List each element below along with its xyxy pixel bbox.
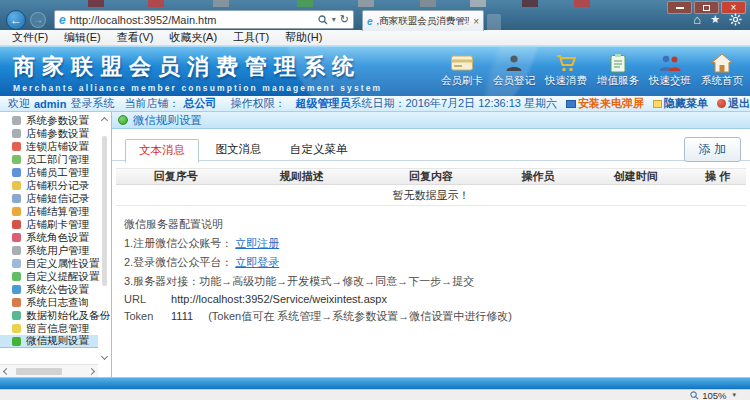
forward-button[interactable]: → <box>30 12 46 28</box>
hide-menu-label: 隐藏菜单 <box>664 96 708 111</box>
sidebar-item-sms-record[interactable]: 店铺短信记录 <box>0 192 98 205</box>
menu-edit[interactable]: 编辑(E) <box>56 30 109 45</box>
address-bar[interactable]: e http://localhost:3952/Main.htm ▾ ↻ <box>54 10 354 29</box>
token-value: 1111 <box>171 310 193 322</box>
menu-favorites[interactable]: 收藏夹(A) <box>161 30 225 45</box>
empty-state-text: 暂无数据显示！ <box>116 185 746 206</box>
sidebar-item-log-query[interactable]: 系统日志查询 <box>0 296 98 309</box>
permission-label: 操作权限： <box>230 96 285 111</box>
sidebar-item-label: 连锁店铺设置 <box>26 140 89 154</box>
sidebar-item-department[interactable]: 员工部门管理 <box>0 153 98 166</box>
favorites-star-icon[interactable]: ★ <box>710 13 720 26</box>
toolbar-label: 快速交班 <box>649 74 691 88</box>
browser-statusbar: 105% ▾ <box>0 389 750 400</box>
minimize-button[interactable] <box>667 1 692 14</box>
tab-custom-menu[interactable]: 自定义菜单 <box>278 138 360 161</box>
login-now-link[interactable]: 立即登录 <box>235 256 279 268</box>
sidebar-item-wechat-rules[interactable]: 微信规则设置 <box>0 335 98 348</box>
store-value[interactable]: 总公司 <box>183 96 216 111</box>
menu-icon <box>12 285 21 294</box>
sidebar-item-system-params[interactable]: 系统参数设置 <box>0 114 98 127</box>
add-button[interactable]: 添 加 <box>684 137 741 162</box>
desktop-icon <box>522 0 538 7</box>
exit-system-link[interactable]: 退出系统 <box>717 96 750 111</box>
install-popup-link[interactable]: 安装来电弹屏 <box>566 96 644 111</box>
browser-tab[interactable]: e ,商家联盟会员消费管理系... × <box>362 10 484 31</box>
sidebar-item-label: 自定义属性设置 <box>26 257 100 271</box>
col-rule-desc: 规则描述 <box>236 169 368 184</box>
welcome-left: 欢迎 admin 登录系统 当前店铺： 总公司 操作权限： 超级管理员 <box>8 96 350 111</box>
sidebar-item-custom-attrs[interactable]: 自定义属性设置 <box>0 257 98 270</box>
close-icon: × <box>731 3 737 13</box>
tab-close-icon[interactable]: × <box>473 16 479 27</box>
toolbar-label: 系统首页 <box>701 74 743 88</box>
col-actions: 操 作 <box>689 169 746 184</box>
sidebar-item-announcement[interactable]: 系统公告设置 <box>0 283 98 296</box>
sidebar-item-staff[interactable]: 店铺员工管理 <box>0 166 98 179</box>
sidebar-hscroll-thumb[interactable] <box>16 368 62 375</box>
menu-help[interactable]: 帮助(H) <box>277 30 330 45</box>
back-button[interactable]: ← <box>6 10 26 30</box>
toolbar-label: 增值服务 <box>597 74 639 88</box>
home-icon[interactable]: ⌂ <box>693 13 701 26</box>
system-home-button[interactable]: 系统首页 <box>699 53 745 88</box>
scroll-right-icon[interactable] <box>88 367 95 374</box>
menu-icon <box>12 181 21 190</box>
settings-gear-icon[interactable] <box>729 13 742 26</box>
tab-favicon-icon: e <box>367 16 373 27</box>
zoom-level[interactable]: 105% <box>702 390 726 400</box>
menu-view[interactable]: 查看(V) <box>109 30 162 45</box>
shopping-cart-icon <box>555 53 577 73</box>
sidebar-menu: 系统参数设置 店铺参数设置 连锁店铺设置 员工部门管理 店铺员工管理 店铺积分记… <box>0 114 98 348</box>
sidebar: 系统参数设置 店铺参数设置 连锁店铺设置 员工部门管理 店铺员工管理 店铺积分记… <box>0 112 112 377</box>
username: admin <box>34 98 66 110</box>
sidebar-item-settlement[interactable]: 店铺结算管理 <box>0 205 98 218</box>
col-reply-no: 回复序号 <box>116 169 236 184</box>
permission-value: 超级管理员 <box>295 96 350 111</box>
scroll-left-icon[interactable] <box>3 367 10 374</box>
sidebar-item-store-params[interactable]: 店铺参数设置 <box>0 127 98 140</box>
wechat-icon <box>118 115 128 125</box>
sidebar-item-points-record[interactable]: 店铺积分记录 <box>0 179 98 192</box>
search-icon[interactable] <box>318 15 328 25</box>
house-icon <box>711 53 733 73</box>
scroll-up-icon[interactable] <box>101 117 108 124</box>
tab-richtext-message[interactable]: 图文消息 <box>203 138 273 161</box>
sidebar-item-users[interactable]: 系统用户管理 <box>0 244 98 257</box>
welcome-prefix: 欢迎 <box>8 96 30 111</box>
refresh-icon[interactable]: ↻ <box>340 13 349 26</box>
member-register-button[interactable]: 会员登记 <box>491 53 537 88</box>
tab-text-message[interactable]: 文本消息 <box>125 139 199 163</box>
sidebar-item-label: 店铺参数设置 <box>26 127 89 141</box>
sidebar-item-card-mgmt[interactable]: 店铺刷卡管理 <box>0 218 98 231</box>
sidebar-item-custom-reminder[interactable]: 自定义提醒设置 <box>0 270 98 283</box>
sidebar-item-label: 微信规则设置 <box>26 334 89 348</box>
menu-icon <box>12 233 21 242</box>
sidebar-item-chain-store[interactable]: 连锁店铺设置 <box>0 140 98 153</box>
new-tab-button[interactable] <box>487 14 501 31</box>
quick-consume-button[interactable]: 快速消费 <box>543 53 589 88</box>
menu-tools[interactable]: 工具(T) <box>225 30 277 45</box>
header-toolbar: 会员刷卡 会员登记 快速消费 <box>439 53 745 88</box>
menu-file[interactable]: 文件(F) <box>4 30 56 45</box>
exit-label: 退出系统 <box>728 96 750 111</box>
app-header: 商家联盟会员消费管理系统 Merchants alliance member c… <box>0 46 750 96</box>
sidebar-item-roles[interactable]: 系统角色设置 <box>0 231 98 244</box>
address-dropdown-icon[interactable]: ▾ <box>332 15 336 24</box>
address-url[interactable]: http://localhost:3952/Main.htm <box>70 14 314 26</box>
sidebar-vscrollbar <box>98 114 111 363</box>
table-header-row: 回复序号 规则描述 回复内容 操作员 创建时间 操 作 <box>116 168 746 185</box>
toolbar-label: 会员刷卡 <box>441 74 483 88</box>
zoom-magnifier-icon <box>690 391 699 400</box>
scroll-down-icon[interactable] <box>101 353 108 360</box>
register-now-link[interactable]: 立即注册 <box>235 237 279 249</box>
value-service-button[interactable]: 增值服务 <box>595 53 641 88</box>
shift-change-button[interactable]: 快速交班 <box>647 53 693 88</box>
tabs-row: 文本消息 图文消息 自定义菜单 添 加 <box>112 138 750 161</box>
member-card-button[interactable]: 会员刷卡 <box>439 53 485 88</box>
hide-menu-link[interactable]: 隐藏菜单 <box>653 96 708 111</box>
app-title-block: 商家联盟会员消费管理系统 Merchants alliance member c… <box>13 52 382 93</box>
minimize-icon <box>676 7 684 9</box>
sidebar-item-data-backup[interactable]: 数据初始化及备份 <box>0 309 98 322</box>
zoom-dropdown-icon[interactable]: ▾ <box>732 391 736 399</box>
